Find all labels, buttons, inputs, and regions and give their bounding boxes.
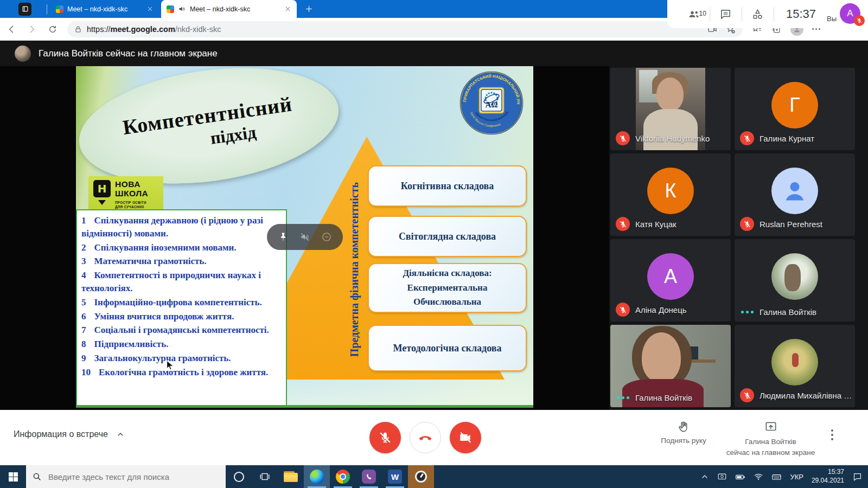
tray-expand-icon[interactable] [700, 472, 709, 481]
triangle-icon [98, 200, 106, 205]
pin-icon[interactable] [278, 232, 289, 242]
folder-icon [284, 471, 298, 482]
participant-tile[interactable]: Людмила Михайлівна … [735, 325, 855, 407]
task-view-button[interactable] [252, 465, 278, 488]
chat-button[interactable] [710, 8, 742, 21]
address-bar[interactable]: https://meet.google.com/nkd-xidk-skc [67, 21, 743, 37]
presenting-status-button[interactable]: Галина Войтківсейчас на главном экране [715, 420, 826, 458]
file-explorer-button[interactable] [278, 465, 304, 488]
university-logo: ПРИКАРПАТСЬКИЙ НАЦІОНАЛЬНИЙ УНІВЕРСИТЕТ … [459, 70, 524, 136]
participant-tile[interactable]: Галина Войтків [610, 325, 731, 407]
wifi-icon[interactable] [754, 472, 763, 481]
camera-toggle-button[interactable] [450, 422, 481, 453]
hand-icon [676, 420, 691, 434]
chevron-up-icon [116, 429, 125, 439]
competency-list-panel: 1Спілкування державною (і рідною у разі … [76, 209, 287, 408]
participant-name: Галина Курнат [760, 134, 814, 143]
speaking-indicator [740, 311, 754, 313]
speaking-indicator [616, 396, 630, 399]
participant-avatar: К [647, 168, 694, 214]
more-options-icon[interactable] [831, 429, 833, 440]
participant-tile[interactable]: К Катя Куцак [610, 153, 731, 236]
cortana-button[interactable] [226, 465, 252, 488]
start-button[interactable] [0, 465, 26, 488]
taskbar-search[interactable] [26, 465, 226, 488]
participant-name: Viktoriia Hudymenko [635, 134, 710, 143]
tab-close-icon[interactable] [284, 5, 291, 12]
cast-icon[interactable] [717, 472, 727, 481]
list-item: 10Екологічна грамотність і здорове життя… [81, 366, 283, 379]
participant-photo-avatar [771, 253, 818, 300]
refresh-button[interactable] [43, 20, 62, 38]
touch-keyboard-icon[interactable] [771, 472, 782, 482]
tab-actions-button[interactable] [18, 3, 31, 16]
mic-toggle-button[interactable] [369, 422, 401, 453]
browser-tab-2[interactable]: Meet – nkd-xidk-skc [161, 0, 297, 18]
participant-tile[interactable]: Viktoriia Hudymenko [610, 68, 731, 150]
edge-taskbar-button[interactable] [304, 465, 330, 488]
list-item: 7Соціальні і громадянські компетентності… [81, 324, 283, 337]
participant-tile[interactable]: Галина Войтків [735, 239, 855, 322]
leave-call-button[interactable] [410, 422, 441, 453]
remove-tile-icon[interactable] [321, 232, 332, 242]
action-center-icon[interactable] [852, 472, 863, 482]
mic-muted-badge [740, 217, 754, 231]
tab-separator [47, 4, 47, 14]
list-item: 5Інформаційно-цифрова компетентність. [81, 296, 283, 309]
list-item: 3Математична грамотність. [81, 255, 283, 268]
browser-tab-1[interactable]: Meet – nkd-xidk-skc [50, 0, 159, 18]
recorder-icon [415, 471, 427, 483]
new-tab-button[interactable] [304, 4, 314, 14]
participant-tile[interactable]: Г Галина Курнат [735, 68, 855, 150]
participant-tile[interactable]: А Аліна Донець [610, 239, 731, 322]
browser-menu-icon[interactable] [812, 28, 820, 30]
badge-line2: ШКОЛА [115, 189, 148, 198]
url-text: https://meet.google.com/nkd-xidk-skc [87, 25, 703, 34]
meet-header: Галина Войтків сейчас на главном экране [0, 41, 868, 66]
recorder-taskbar-button[interactable] [408, 465, 434, 488]
mute-audio-icon[interactable] [299, 232, 310, 242]
tab-close-icon[interactable] [146, 5, 154, 12]
participant-avatar: А [647, 253, 694, 300]
mic-muted-badge [740, 388, 754, 402]
list-item: 8Підприємливість. [81, 338, 283, 351]
participants-button[interactable]: 10 [678, 8, 710, 21]
person-icon [778, 175, 811, 207]
back-button[interactable] [2, 20, 21, 38]
tab-audio-icon[interactable] [178, 5, 186, 13]
participant-avatar [771, 168, 818, 214]
chrome-icon [336, 470, 350, 484]
meeting-clock: 15:37 [774, 7, 827, 21]
meet-favicon [56, 5, 63, 13]
tab-title: Meet – nkd-xidk-skc [190, 5, 280, 13]
viber-taskbar-button[interactable] [356, 465, 382, 488]
word-taskbar-button[interactable] [382, 465, 408, 488]
mic-muted-badge [740, 131, 754, 145]
presenter-avatar [15, 46, 31, 62]
word-icon [388, 470, 402, 484]
badge-line1: НОВА [115, 179, 141, 189]
participants-grid: Viktoriia Hudymenko Г Галина Курнат К Ка… [609, 66, 868, 410]
participant-name: Галина Войтків [635, 393, 692, 402]
list-item: 6Уміння вчитися впродовж життя. [81, 310, 283, 323]
pyramid-box-2: Світоглядна складова [368, 216, 527, 257]
self-view-chip[interactable]: Вы А [827, 3, 860, 25]
tile-hover-controls [267, 224, 343, 250]
search-input[interactable] [47, 472, 210, 482]
taskbar-clock[interactable]: 15:3729.04.2021 [812, 468, 844, 485]
screen: Meet – nkd-xidk-skc Meet – nkd-xidk-skc … [0, 0, 868, 488]
tab-title: Meet – nkd-xidk-skc [67, 5, 143, 13]
language-indicator[interactable]: УКР [790, 473, 803, 481]
participants-count: 10 [699, 10, 706, 17]
slide-title-line1: Компетентнісний [121, 92, 293, 139]
battery-icon[interactable] [735, 472, 745, 482]
forward-button[interactable] [23, 20, 41, 38]
task-view-icon [259, 471, 271, 483]
activities-button[interactable] [742, 8, 774, 21]
raise-hand-button[interactable]: Поднять руку [648, 420, 719, 445]
participant-tile[interactable]: Ruslan Perehrest [735, 153, 855, 236]
meet-header-controls: 10 15:37 Вы А [667, 0, 868, 28]
pyramid-box-3: Діяльнісна складова: Експериментальна Об… [368, 263, 527, 313]
meeting-info-button[interactable]: Информация о встрече [14, 429, 125, 439]
chrome-taskbar-button[interactable] [330, 465, 356, 488]
